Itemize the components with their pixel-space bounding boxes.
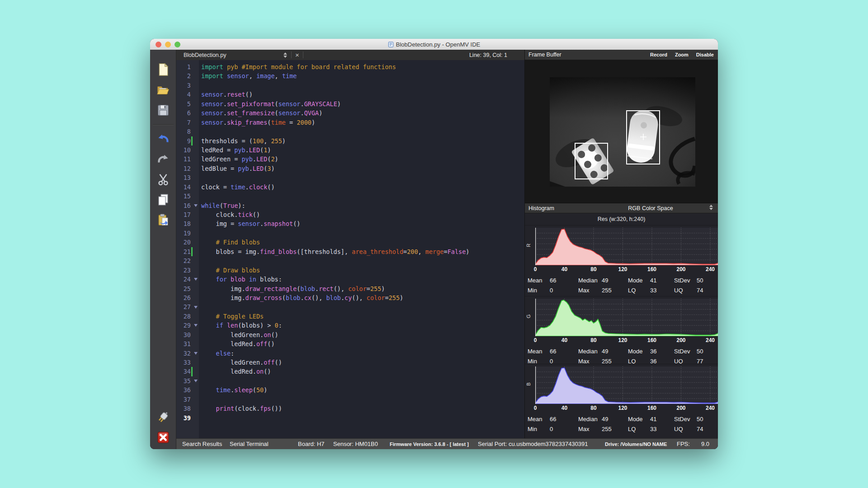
paste-button[interactable] xyxy=(156,213,170,227)
code-line[interactable]: 8 xyxy=(176,127,524,136)
code-line[interactable]: 3 xyxy=(176,81,524,90)
line-number: 2 xyxy=(176,71,191,80)
connect-button[interactable] xyxy=(156,410,170,424)
title-bar[interactable]: BlobDetection.py - OpenMV IDE xyxy=(150,39,718,50)
save-floppy-icon xyxy=(156,103,170,117)
frame-buffer-view[interactable] xyxy=(525,60,718,203)
code-line[interactable]: 35 xyxy=(176,376,524,385)
code-line[interactable]: 36 time.sleep(50) xyxy=(176,385,524,394)
code-line[interactable]: 20 # Find blobs xyxy=(176,238,524,247)
zoom-button[interactable]: Zoom xyxy=(675,52,689,57)
stat-value: 50 xyxy=(697,416,715,422)
serial-terminal-tab[interactable]: Serial Terminal xyxy=(230,441,269,447)
open-file-button[interactable] xyxy=(156,83,170,97)
code-line[interactable]: 4sensor.reset() xyxy=(176,90,524,99)
new-file-button[interactable] xyxy=(156,62,170,77)
stat-value: 255 xyxy=(602,287,628,294)
code-line[interactable]: 38 print(clock.fps()) xyxy=(176,404,524,413)
document-switcher-icon[interactable] xyxy=(279,52,291,58)
code-text: if len(blobs) > 0: xyxy=(199,321,282,330)
paste-clipboard-icon xyxy=(156,213,170,227)
copy-icon xyxy=(156,193,170,206)
code-line[interactable]: 28 # Toggle LEDs xyxy=(176,312,524,321)
minimize-window-button[interactable] xyxy=(165,42,171,47)
search-results-tab[interactable]: Search Results xyxy=(182,441,222,447)
code-line[interactable]: 12ledBlue = pyb.LED(3) xyxy=(176,164,524,173)
code-line[interactable]: 39 xyxy=(176,413,524,422)
code-line[interactable]: 33 ledGreen.off() xyxy=(176,358,524,367)
fps-value: 9.0 xyxy=(701,441,709,447)
tab-blobdetection[interactable]: BlobDetection.py xyxy=(176,52,279,58)
code-line[interactable]: 15 xyxy=(176,192,524,201)
save-file-button[interactable] xyxy=(156,103,170,117)
fold-marker-icon[interactable] xyxy=(193,376,199,385)
line-number: 24 xyxy=(176,275,191,284)
code-line[interactable]: 18 img = sensor.snapshot() xyxy=(176,219,524,228)
code-line[interactable]: 24 for blob in blobs: xyxy=(176,275,524,284)
red-histogram-plot xyxy=(535,228,718,265)
stat-value: 33 xyxy=(650,426,674,432)
code-line[interactable]: 5sensor.set_pixformat(sensor.GRAYSCALE) xyxy=(176,99,524,108)
code-text xyxy=(199,256,201,265)
stat-label: Mode xyxy=(628,277,650,284)
channel-label: R xyxy=(526,244,531,247)
code-line[interactable]: 25 img.draw_rectangle(blob.rect(), color… xyxy=(176,284,524,293)
tab-close-icon[interactable]: × xyxy=(292,51,303,59)
frame-buffer-title: Frame Buffer xyxy=(525,52,561,58)
code-text: # Draw blobs xyxy=(199,266,260,275)
record-button[interactable]: Record xyxy=(650,52,667,57)
code-line[interactable]: 27 xyxy=(176,302,524,311)
code-line[interactable]: 31 ledRed.off() xyxy=(176,339,524,348)
fold-marker-icon[interactable] xyxy=(193,302,199,311)
stat-value: 41 xyxy=(650,277,674,284)
code-text: # Toggle LEDs xyxy=(199,312,264,321)
code-line[interactable]: 10ledRed = pyb.LED(1) xyxy=(176,145,524,155)
code-line[interactable]: 1import pyb #Import module for board rel… xyxy=(176,62,524,71)
disable-button[interactable]: Disable xyxy=(696,52,714,57)
code-line[interactable]: 6sensor.set_framesize(sensor.QVGA) xyxy=(176,108,524,117)
redo-button[interactable] xyxy=(156,152,170,166)
code-line[interactable]: 34 ledRed.on() xyxy=(176,367,524,376)
code-line[interactable]: 9thresholds = (100, 255) xyxy=(176,136,524,145)
openmv-ide-window: BlobDetection.py - OpenMV IDE xyxy=(150,39,718,449)
line-number: 18 xyxy=(176,219,191,228)
code-editor[interactable]: 1import pyb #Import module for board rel… xyxy=(176,60,524,438)
code-line[interactable]: 7sensor.skip_frames(time = 2000) xyxy=(176,118,524,127)
zoom-window-button[interactable] xyxy=(175,42,180,47)
code-line[interactable]: 23 # Draw blobs xyxy=(176,266,524,275)
cut-button[interactable] xyxy=(156,172,170,187)
line-number: 7 xyxy=(176,118,191,127)
fold-marker-icon[interactable] xyxy=(193,321,199,330)
code-line[interactable]: 26 img.draw_cross(blob.cx(), blob.cy(), … xyxy=(176,293,524,302)
code-line[interactable]: 17 clock.tick() xyxy=(176,210,524,219)
fold-marker-icon[interactable] xyxy=(193,349,199,358)
code-line[interactable]: 22 xyxy=(176,256,524,265)
code-line[interactable]: 11ledGreen = pyb.LED(2) xyxy=(176,155,524,164)
code-line[interactable]: 14clock = time.clock() xyxy=(176,183,524,192)
stop-script-button[interactable] xyxy=(156,430,170,445)
line-number: 30 xyxy=(176,330,191,339)
code-line[interactable]: 29 if len(blobs) > 0: xyxy=(176,321,524,330)
line-number: 37 xyxy=(176,395,191,404)
code-line[interactable]: 16while(True): xyxy=(176,201,524,210)
fold-marker-icon[interactable] xyxy=(193,275,199,284)
code-line[interactable]: 21 blobs = img.find_blobs([thresholds], … xyxy=(176,247,524,256)
close-window-button[interactable] xyxy=(156,42,161,47)
undo-button[interactable] xyxy=(156,131,170,146)
line-number: 17 xyxy=(176,210,191,219)
code-line[interactable]: 37 xyxy=(176,395,524,404)
copy-button[interactable] xyxy=(156,192,170,207)
color-space-dropdown-arrows-icon[interactable] xyxy=(705,205,717,210)
fold-marker-icon[interactable] xyxy=(193,201,199,210)
code-line[interactable]: 2import sensor, image, time xyxy=(176,71,524,80)
stat-label: Median xyxy=(578,416,602,422)
code-line[interactable]: 30 ledGreen.on() xyxy=(176,330,524,339)
code-line[interactable]: 19 xyxy=(176,229,524,238)
stat-label: LQ xyxy=(628,287,650,294)
stat-value: 66 xyxy=(550,416,578,422)
code-text: thresholds = (100, 255) xyxy=(199,136,286,145)
code-line[interactable]: 32 else: xyxy=(176,349,524,358)
stat-label: Mean xyxy=(528,277,550,284)
code-line[interactable]: 13 xyxy=(176,173,524,182)
color-space-dropdown[interactable]: RGB Color Space xyxy=(628,205,673,211)
